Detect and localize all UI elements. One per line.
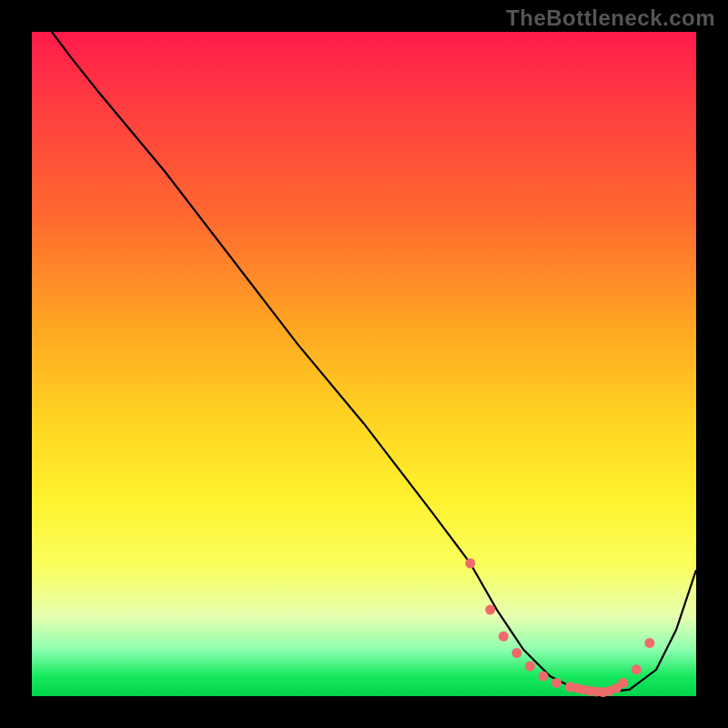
chart-frame: TheBottleneck.com bbox=[0, 0, 728, 728]
marker-dot bbox=[485, 605, 495, 615]
marker-dot bbox=[499, 632, 509, 642]
marker-dot bbox=[525, 662, 535, 672]
marker-dot bbox=[644, 638, 654, 648]
plot-area bbox=[32, 32, 696, 696]
marker-dot bbox=[539, 672, 549, 682]
marker-dot bbox=[618, 678, 628, 688]
marker-dot bbox=[465, 559, 475, 569]
bottleneck-curve bbox=[52, 32, 696, 693]
marker-dot bbox=[632, 664, 642, 674]
chart-svg bbox=[32, 32, 696, 696]
watermark-text: TheBottleneck.com bbox=[506, 5, 715, 31]
marker-dot bbox=[511, 648, 521, 658]
flat-region-dots bbox=[465, 559, 654, 698]
marker-dot bbox=[551, 678, 561, 688]
